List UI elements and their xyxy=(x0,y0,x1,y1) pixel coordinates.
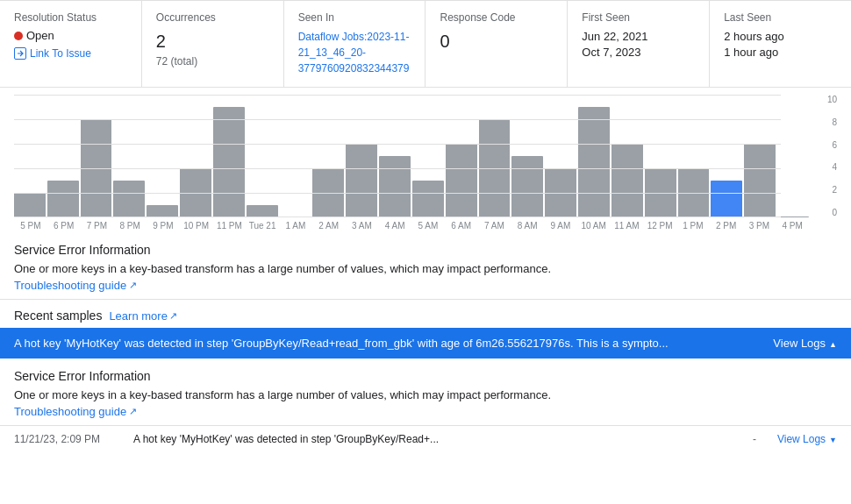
bar-23 xyxy=(777,217,809,217)
first-seen-date1: Jun 22, 2021 xyxy=(582,29,695,45)
bar-13 xyxy=(446,144,477,217)
bar-group-1 xyxy=(47,95,79,217)
response-code-cell: Response Code 0 xyxy=(426,1,568,87)
occurrences-count: 2 xyxy=(156,29,269,53)
log-dash: - xyxy=(746,433,763,445)
bar-22 xyxy=(744,144,776,217)
bar-group-18 xyxy=(611,95,643,217)
stats-bar: Resolution Status Open Link To Issue Occ… xyxy=(0,0,851,88)
bar-group-2 xyxy=(81,95,112,217)
bar-group-0 xyxy=(14,95,46,217)
bottom-section: Service Error Information One or more ke… xyxy=(0,358,851,425)
bar-group-5 xyxy=(180,95,211,217)
x-label-22: 3 PM xyxy=(743,221,776,231)
bar-group-12 xyxy=(412,95,444,217)
bar-20 xyxy=(678,168,710,217)
bar-18 xyxy=(611,144,643,217)
view-logs-label: View Logs xyxy=(773,337,826,350)
occurrences-cell: Occurrences 2 72 (total) xyxy=(142,1,284,87)
y-label-10: 10 xyxy=(811,95,837,104)
x-label-2: 7 PM xyxy=(81,221,114,231)
x-label-3: 8 PM xyxy=(113,221,147,231)
learn-more-ext-icon: ↗ xyxy=(169,310,177,322)
bottom-troubleshoot-label: Troubleshooting guide xyxy=(14,405,126,418)
troubleshoot-label: Troubleshooting guide xyxy=(14,279,126,292)
learn-more-link[interactable]: Learn more ↗ xyxy=(109,309,176,323)
bar-group-8 xyxy=(280,95,311,217)
bar-15 xyxy=(511,156,543,217)
bottom-troubleshoot-link[interactable]: Troubleshooting guide ↗ xyxy=(14,405,137,418)
bar-group-17 xyxy=(578,95,610,217)
x-label-14: 7 AM xyxy=(478,221,511,231)
chart-bars xyxy=(14,95,837,217)
y-label-4: 4 xyxy=(811,162,837,172)
alert-row: A hot key 'MyHotKey' was detected in ste… xyxy=(0,328,851,358)
bar-14 xyxy=(479,119,511,217)
bar-6 xyxy=(213,107,245,217)
bar-2 xyxy=(81,119,112,217)
x-label-8: 1 AM xyxy=(279,221,312,231)
first-seen-label: First Seen xyxy=(582,11,695,24)
status-open-text: Open xyxy=(26,29,54,42)
seen-in-label: Seen In xyxy=(298,11,411,24)
chart-y-axis: 10 8 6 4 2 0 xyxy=(811,95,837,217)
status-open: Open xyxy=(14,29,127,42)
x-label-7: Tue 21 xyxy=(246,221,279,231)
bottom-ext-icon: ↗ xyxy=(129,406,137,417)
recent-samples-title: Recent samples xyxy=(14,309,102,323)
resolution-label: Resolution Status xyxy=(14,11,127,24)
service-error-desc: One or more keys in a key-based transfor… xyxy=(14,262,837,275)
bottom-title: Service Error Information xyxy=(14,369,837,383)
bar-group-16 xyxy=(545,95,576,217)
bar-3 xyxy=(113,181,145,217)
bottom-desc: One or more keys in a key-based transfor… xyxy=(14,388,837,401)
log-timestamp: 11/21/23, 2:09 PM xyxy=(14,433,119,445)
bar-0 xyxy=(14,193,46,217)
x-label-18: 11 AM xyxy=(611,221,644,231)
bar-group-10 xyxy=(346,95,377,217)
x-label-17: 10 AM xyxy=(577,221,611,231)
bar-17 xyxy=(578,107,610,217)
learn-more-label: Learn more xyxy=(109,309,167,323)
y-label-8: 8 xyxy=(811,117,837,127)
y-label-6: 6 xyxy=(811,140,837,150)
troubleshoot-link[interactable]: Troubleshooting guide ↗ xyxy=(14,279,137,292)
bar-group-23 xyxy=(777,95,809,217)
bar-group-7 xyxy=(247,95,278,217)
bar-4 xyxy=(147,205,178,217)
bar-group-19 xyxy=(645,95,676,217)
bar-10 xyxy=(346,144,377,217)
link-to-issue-label: Link To Issue xyxy=(30,47,91,60)
x-label-16: 9 AM xyxy=(544,221,577,231)
x-label-13: 6 AM xyxy=(445,221,478,231)
occurrences-label: Occurrences xyxy=(156,11,269,24)
x-label-6: 11 PM xyxy=(213,221,247,231)
x-label-1: 6 PM xyxy=(47,221,81,231)
x-label-5: 10 PM xyxy=(180,221,213,231)
x-label-12: 5 AM xyxy=(411,221,445,231)
service-error-title: Service Error Information xyxy=(14,243,837,257)
status-dot xyxy=(14,32,23,40)
chart-x-labels: 5 PM6 PM7 PM8 PM9 PM10 PM11 PMTue 211 AM… xyxy=(14,221,837,231)
bar-group-20 xyxy=(678,95,710,217)
service-error-section: Service Error Information One or more ke… xyxy=(0,232,851,300)
bar-9 xyxy=(312,168,344,217)
bar-group-9 xyxy=(312,95,344,217)
bar-group-6 xyxy=(213,95,245,217)
bar-12 xyxy=(412,181,444,217)
log-table-row: 11/21/23, 2:09 PM A hot key 'MyHotKey' w… xyxy=(0,425,851,452)
view-logs-button[interactable]: View Logs xyxy=(759,337,837,350)
bar-group-14 xyxy=(479,95,511,217)
x-label-9: 2 AM xyxy=(312,221,346,231)
seen-in-link[interactable]: Dataflow Jobs:2023-11-21_13_46_20-377976… xyxy=(298,31,410,75)
link-to-issue[interactable]: Link To Issue xyxy=(14,47,127,60)
bar-8 xyxy=(280,217,311,217)
view-logs-small-button[interactable]: View Logs xyxy=(777,433,837,445)
x-label-0: 5 PM xyxy=(14,221,47,231)
alert-text: A hot key 'MyHotKey' was detected in ste… xyxy=(14,337,759,350)
bar-19 xyxy=(645,168,676,217)
bar-1 xyxy=(47,181,79,217)
occurrences-total: 72 (total) xyxy=(156,55,269,67)
y-label-0: 0 xyxy=(811,208,837,217)
chart-container: 10 8 6 4 2 0 5 PM6 PM7 PM8 PM9 PM10 PM11… xyxy=(0,88,851,232)
